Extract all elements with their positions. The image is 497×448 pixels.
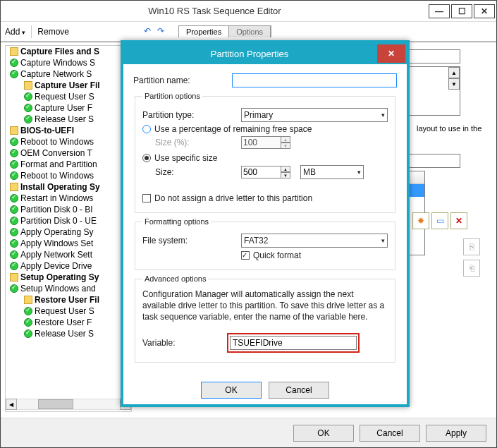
variable-input[interactable] bbox=[230, 336, 357, 350]
tree-step[interactable]: Apply Windows Set bbox=[10, 238, 131, 249]
tree-step[interactable]: Capture Windows S bbox=[10, 57, 131, 68]
tree-step[interactable]: Partition Disk 0 - BI bbox=[10, 204, 131, 215]
remove-button[interactable]: Remove bbox=[37, 27, 69, 37]
redo-icon[interactable]: ↷ bbox=[157, 26, 168, 37]
tree-group[interactable]: Restore User Fil bbox=[10, 294, 131, 305]
file-system-select[interactable]: FAT32 bbox=[241, 234, 388, 248]
tree-item-label: Capture User Fil bbox=[35, 80, 100, 90]
modal-cancel-button[interactable]: Cancel bbox=[269, 382, 329, 399]
delete-volume-icon[interactable]: ✕ bbox=[450, 212, 467, 229]
tree-group[interactable]: Capture Files and S bbox=[10, 46, 131, 57]
task-sequence-editor-window: Win10 RS Task Sequence Editor — ☐ ✕ Add … bbox=[0, 0, 497, 448]
spinner-up-icon[interactable]: ▲ bbox=[281, 166, 290, 172]
no-drive-letter-checkbox[interactable] bbox=[142, 194, 151, 202]
tree-group[interactable]: Install Operating Sy bbox=[10, 181, 131, 193]
tree-item-label: Partition Disk 0 - BI bbox=[20, 205, 93, 214]
scroll-down-icon[interactable]: ▼ bbox=[448, 78, 460, 90]
task-sequence-tree[interactable]: Capture Files and SCapture Windows SCapt… bbox=[5, 45, 132, 412]
tree-item-label: Apply Windows Set bbox=[20, 238, 93, 248]
tree-step[interactable]: Capture User F bbox=[10, 102, 131, 114]
quick-format-checkbox[interactable] bbox=[241, 251, 250, 260]
move-down-icon[interactable]: ⎗ bbox=[463, 260, 480, 277]
tree-step[interactable]: Release User S bbox=[10, 328, 131, 339]
scroll-up-icon[interactable]: ▲ bbox=[448, 67, 460, 78]
maximize-button[interactable]: ☐ bbox=[451, 4, 472, 18]
tree-item-label: Request User S bbox=[35, 306, 94, 316]
add-dropdown[interactable]: Add bbox=[5, 27, 25, 37]
undo-icon[interactable]: ↶ bbox=[144, 26, 155, 37]
size-spinner[interactable]: ▲▼ bbox=[241, 166, 290, 178]
use-percentage-label: Use a percentage of remaining free space bbox=[154, 124, 312, 134]
tree-item-label: Capture Network S bbox=[20, 69, 92, 79]
check-icon bbox=[10, 70, 18, 78]
check-icon bbox=[24, 329, 32, 338]
spinner-up-icon: ▲ bbox=[281, 136, 290, 143]
tree-step[interactable]: Request User S bbox=[10, 305, 131, 317]
tree-step[interactable]: Reboot to Windows bbox=[10, 170, 131, 181]
tab-properties[interactable]: Properties bbox=[179, 26, 229, 37]
use-specific-size-radio[interactable] bbox=[142, 154, 151, 162]
tree-item-label: Apply Network Sett bbox=[20, 250, 92, 260]
partition-options-group: Partition options Partition type: Primar… bbox=[135, 92, 395, 213]
tree-step[interactable]: Restore User F bbox=[10, 317, 131, 328]
properties-volume-icon[interactable]: ▭ bbox=[431, 212, 448, 229]
new-volume-icon[interactable]: ✸ bbox=[412, 212, 429, 229]
tree-step[interactable]: Apply Network Sett bbox=[10, 249, 131, 260]
partition-type-select[interactable]: Primary bbox=[241, 108, 388, 122]
tree-step[interactable]: Apply Operating Sy bbox=[10, 226, 131, 238]
use-percentage-radio[interactable] bbox=[142, 125, 151, 133]
ok-button[interactable]: OK bbox=[293, 425, 354, 442]
file-system-label: File system: bbox=[142, 236, 241, 246]
tree-item-label: Reboot to Windows bbox=[20, 137, 94, 147]
tree-step[interactable]: Partition Disk 0 - UE bbox=[10, 215, 131, 226]
modal-close-button[interactable]: ✕ bbox=[377, 44, 405, 63]
tree-step[interactable]: Setup Windows and bbox=[10, 283, 131, 294]
tree-step[interactable]: Capture Network S bbox=[10, 68, 131, 80]
cancel-button[interactable]: Cancel bbox=[360, 425, 420, 442]
modal-ok-button[interactable]: OK bbox=[201, 382, 262, 399]
check-icon bbox=[24, 104, 32, 112]
size-input[interactable] bbox=[241, 166, 281, 178]
move-up-icon[interactable]: ⎘ bbox=[463, 238, 480, 255]
check-icon bbox=[10, 59, 18, 67]
folder-icon bbox=[10, 183, 18, 191]
apply-button[interactable]: Apply bbox=[426, 425, 486, 442]
check-icon bbox=[10, 205, 18, 214]
check-icon bbox=[10, 250, 18, 259]
check-icon bbox=[10, 217, 18, 225]
partition-properties-dialog: Partition Properties ✕ Partition name: P… bbox=[121, 40, 410, 407]
tree-step[interactable]: OEM Conversion T bbox=[10, 147, 131, 159]
minimize-button[interactable]: — bbox=[429, 4, 450, 18]
close-button[interactable]: ✕ bbox=[474, 4, 495, 18]
tree-step[interactable]: Release User S bbox=[10, 114, 131, 125]
tree-scrollbar[interactable]: ◀ ▶ bbox=[6, 399, 131, 410]
modal-titlebar[interactable]: Partition Properties ✕ bbox=[123, 43, 407, 64]
tree-item-label: Reboot to Windows bbox=[20, 171, 94, 181]
scroll-thumb[interactable] bbox=[38, 399, 73, 409]
tree-group[interactable]: BIOS-to-UEFI bbox=[10, 125, 131, 136]
tab-options[interactable]: Options bbox=[229, 26, 271, 37]
tree-group[interactable]: Capture User Fil bbox=[10, 80, 131, 91]
scroll-left-icon[interactable]: ◀ bbox=[6, 399, 17, 410]
tree-item-label: Restart in Windows bbox=[20, 193, 93, 203]
partition-name-input[interactable] bbox=[232, 73, 397, 87]
check-icon bbox=[10, 160, 18, 169]
tree-step[interactable]: Restart in Windows bbox=[10, 193, 131, 204]
toolbar: Add Remove ↶ ↷ Properties Options bbox=[1, 22, 496, 42]
spinner-down-icon[interactable]: ▼ bbox=[281, 172, 290, 178]
tree-step[interactable]: Format and Partition bbox=[10, 159, 131, 170]
partition-type-label: Partition type: bbox=[142, 110, 241, 120]
check-icon bbox=[10, 149, 18, 157]
size-unit-select[interactable]: MB bbox=[300, 165, 364, 179]
tree-step[interactable]: Apply Device Drive bbox=[10, 260, 131, 272]
tree-item-label: Capture Files and S bbox=[20, 47, 99, 56]
check-icon bbox=[24, 307, 32, 315]
tree-step[interactable]: Reboot to Windows bbox=[10, 136, 131, 147]
tree-step[interactable]: Request User S bbox=[10, 91, 131, 102]
hint-text: layout to use in the bbox=[417, 124, 492, 133]
advanced-legend: Advanced options bbox=[142, 274, 208, 283]
tree-item-label: Restore User F bbox=[35, 317, 92, 327]
tree-group[interactable]: Setup Operating Sy bbox=[10, 272, 131, 283]
tree-item-label: OEM Conversion T bbox=[20, 148, 92, 158]
tree-item-label: Apply Operating Sy bbox=[20, 227, 93, 237]
